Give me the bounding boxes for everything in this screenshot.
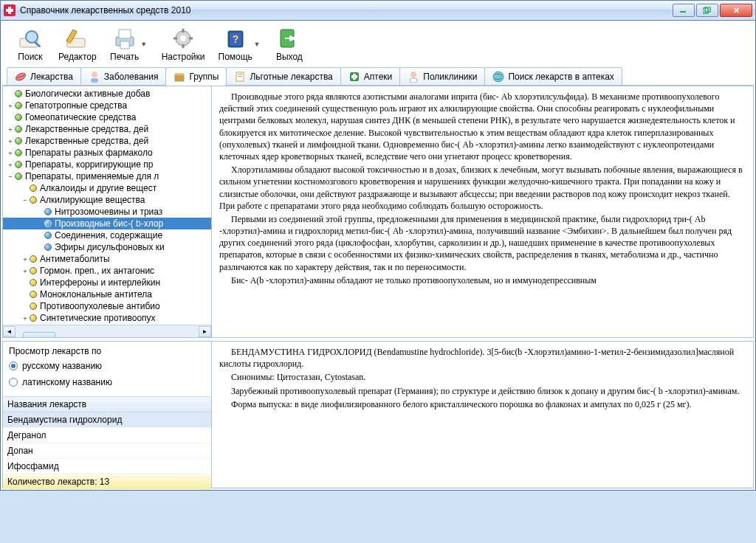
scroll-left-button[interactable]: ◄: [3, 326, 16, 337]
tree-item[interactable]: Соединения, содержащие: [3, 229, 211, 241]
tree-item-label: Алкилирующие вещества: [40, 195, 145, 205]
scroll-thumb[interactable]: [23, 332, 55, 338]
tree-item-label: Лекарственные средства, дей: [25, 124, 148, 134]
print-button[interactable]: Печать ▼: [110, 27, 148, 62]
editor-button[interactable]: Редактор: [58, 27, 97, 62]
tree-item[interactable]: Алкалоиды и другие вещест: [3, 182, 211, 194]
desc-paragraph: Хлорэтиламины обладают высокой токсичнос…: [219, 164, 746, 212]
tree-item[interactable]: Гомеопатические средства: [3, 111, 211, 123]
radio-russian[interactable]: русскому названию: [9, 361, 205, 371]
tree-item[interactable]: Противоопухолевые антибио: [3, 300, 211, 312]
svg-rect-3: [680, 11, 686, 13]
drug-table-header[interactable]: Названия лекарств: [3, 397, 211, 412]
tab-drugs[interactable]: Лекарства: [7, 67, 81, 85]
bullet-icon: [44, 220, 52, 227]
expand-icon[interactable]: −: [21, 196, 30, 204]
drug-row[interactable]: Допан: [3, 443, 211, 459]
svg-rect-2: [6, 9, 13, 12]
group-tree[interactable]: Биологически активные добав+Гепатотропны…: [3, 86, 211, 325]
svg-point-38: [410, 72, 416, 77]
radio-latin[interactable]: латинскому названию: [9, 377, 205, 387]
tree-item[interactable]: Нитрозомочевины и триаз: [3, 206, 211, 218]
minimize-button[interactable]: [673, 4, 695, 17]
tree-item[interactable]: −Препараты, применяемые для л: [3, 170, 211, 182]
svg-rect-34: [238, 76, 242, 77]
svg-rect-31: [175, 73, 184, 75]
bullet-icon: [15, 149, 22, 156]
expand-icon[interactable]: +: [6, 161, 15, 168]
tree-item[interactable]: +Препараты разных фармаколо: [3, 147, 211, 159]
person-icon: [89, 71, 100, 83]
tab-clinics[interactable]: Поликлиники: [399, 67, 485, 85]
tree-item[interactable]: Биологически активные добав: [3, 88, 211, 100]
tree-item-label: Алкалоиды и другие вещест: [40, 183, 157, 193]
tree-item[interactable]: +Гепатотропные средства: [3, 100, 211, 111]
expand-icon[interactable]: +: [6, 137, 15, 145]
bullet-icon: [15, 173, 22, 180]
main-toolbar: Поиск Редактор Печать ▼ Настройки ? Помо…: [2, 22, 754, 66]
expand-icon[interactable]: +: [21, 267, 30, 274]
tree-item[interactable]: +Лекарственные средства, дей: [3, 135, 211, 147]
bullet-icon: [30, 196, 37, 204]
expand-icon[interactable]: −: [6, 173, 15, 180]
close-button[interactable]: ✕: [720, 4, 752, 17]
tree-item[interactable]: −Алкилирующие вещества: [3, 194, 211, 206]
tree-hscrollbar[interactable]: ◄ ►: [3, 325, 211, 337]
drug-row[interactable]: Бендамустина гидрохлорид: [3, 412, 211, 428]
chevron-down-icon: ▼: [140, 41, 148, 48]
tree-item[interactable]: Интерфероны и интерлейкин: [3, 277, 211, 288]
bullet-icon: [15, 125, 22, 133]
maximize-button[interactable]: [696, 4, 718, 17]
svg-rect-14: [120, 41, 129, 49]
drug-row[interactable]: Дегранол: [3, 428, 211, 443]
tree-item[interactable]: +Антиметаболиты: [3, 253, 211, 265]
expand-icon[interactable]: +: [6, 102, 15, 109]
tree-item-label: Эфиры дисульфоновых ки: [55, 242, 165, 252]
tab-groups[interactable]: Группы: [165, 67, 227, 86]
description-panel[interactable]: Производные этого ряда являются азотисты…: [212, 86, 754, 338]
svg-rect-37: [351, 75, 357, 78]
drug-row[interactable]: Ифосфамид: [3, 459, 211, 474]
tree-item-label: Интерфероны и интерлейкин: [40, 277, 160, 288]
svg-point-28: [92, 72, 97, 77]
settings-button[interactable]: Настройки: [162, 27, 205, 62]
tab-diseases[interactable]: Заболевания: [80, 67, 167, 85]
drug-detail-paragraph: Форма выпуска: в виде лиофилизированного…: [219, 398, 746, 410]
svg-point-7: [26, 31, 38, 43]
bullet-icon: [15, 137, 22, 145]
pill-icon: [15, 71, 27, 83]
tab-benefit[interactable]: Льготные лекарства: [226, 67, 340, 85]
tree-item[interactable]: Моноклональные антитела: [3, 288, 211, 300]
tree-item-label: Препараты разных фармаколо: [25, 148, 153, 158]
tree-item[interactable]: +Гормон. преп., их антагонис: [3, 265, 211, 277]
tab-search-pharmacies[interactable]: Поиск лекарств в аптеках: [484, 67, 622, 85]
search-button[interactable]: Поиск: [16, 27, 45, 62]
tree-item[interactable]: +Препараты, корригирующие пр: [3, 159, 211, 170]
svg-rect-29: [91, 78, 98, 83]
expand-icon[interactable]: +: [6, 149, 15, 156]
drug-list-panel: Просмотр лекарств по русскому названию л…: [2, 341, 212, 488]
tree-item[interactable]: Эфиры дисульфоновых ки: [3, 241, 211, 253]
expand-icon[interactable]: +: [6, 125, 15, 133]
svg-rect-39: [410, 78, 417, 83]
tree-item-label: Противоопухолевые антибио: [40, 301, 160, 311]
expand-icon[interactable]: +: [21, 314, 30, 322]
exit-button[interactable]: Выход: [275, 27, 304, 62]
help-button[interactable]: ? Помощь ▼: [219, 27, 261, 62]
scroll-right-button[interactable]: ►: [199, 326, 211, 337]
drug-detail-panel[interactable]: БЕНДАМУСТИНА ГИДРОХЛОРИД (Bendamustine h…: [212, 341, 754, 488]
tree-item[interactable]: +Синтетические противоопух: [3, 312, 211, 324]
bullet-icon: [30, 291, 37, 298]
tree-item[interactable]: +Лекарственные средства, дей: [3, 123, 211, 135]
svg-rect-33: [238, 74, 242, 75]
tab-pharmacies[interactable]: Аптеки: [340, 67, 401, 85]
expand-icon[interactable]: +: [21, 255, 30, 263]
bullet-icon: [15, 90, 22, 97]
tree-item[interactable]: Производные бис-( b-хлор: [3, 218, 211, 229]
desc-paragraph: Производные этого ряда являются азотисты…: [219, 91, 746, 162]
tree-item-label: Биологически активные добав: [25, 89, 150, 99]
bullet-icon: [15, 102, 22, 109]
svg-rect-13: [119, 30, 131, 38]
svg-point-40: [493, 72, 504, 82]
window-title: Справочник лекарственных средств 2010: [20, 5, 673, 15]
